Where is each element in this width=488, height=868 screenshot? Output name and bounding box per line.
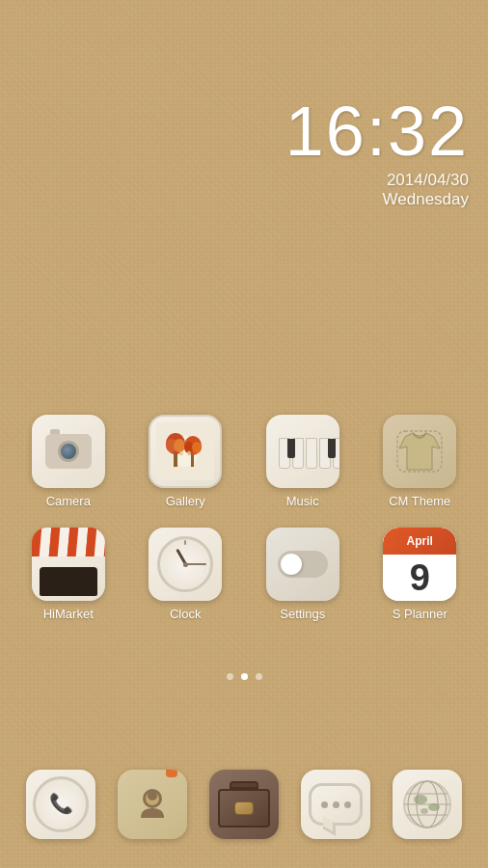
dot-2	[333, 801, 339, 808]
clock-label: Clock	[170, 607, 202, 621]
date-label: 2014/04/30	[285, 171, 469, 190]
page-indicators	[0, 673, 488, 680]
dock: 📞	[0, 770, 488, 839]
phone-svg: 📞	[47, 791, 74, 818]
contacts-svg	[131, 783, 174, 826]
browser-icon	[393, 770, 462, 839]
svg-point-16	[148, 791, 157, 800]
cmtheme-icon	[383, 415, 456, 488]
music-label: Music	[286, 494, 319, 508]
dot-1	[321, 801, 328, 808]
app-splanner[interactable]: April 9 S Planner	[371, 528, 468, 621]
gallery-icon	[149, 415, 222, 488]
dock-messages[interactable]	[301, 770, 370, 839]
settings-icon	[266, 528, 339, 601]
music-icon	[266, 415, 339, 488]
indicator-2[interactable]	[241, 673, 248, 680]
indicator-1[interactable]	[227, 673, 233, 680]
svg-point-10	[179, 451, 183, 456]
svg-text:📞: 📞	[48, 792, 72, 815]
himarket-label: HiMarket	[43, 607, 94, 621]
time-label: 16:32	[285, 96, 469, 166]
himarket-icon	[32, 528, 105, 601]
shirt-svg	[395, 429, 444, 474]
dock-contacts[interactable]	[118, 770, 187, 839]
clock-icon	[149, 528, 222, 601]
indicator-3[interactable]	[256, 673, 262, 680]
camera-icon	[32, 415, 105, 488]
time-widget: 16:32 2014/04/30 Wednesday	[285, 96, 469, 209]
dock-appstore[interactable]	[209, 770, 279, 839]
message-icon	[301, 770, 370, 839]
phone-icon: 📞	[26, 770, 95, 839]
calendar-day-label: 9	[410, 559, 430, 596]
day-label: Wednesday	[285, 190, 469, 209]
splanner-icon: April 9	[383, 528, 456, 601]
camera-label: Camera	[46, 494, 91, 508]
app-row-2: HiMarket Clock	[10, 528, 478, 621]
svg-point-6	[174, 439, 185, 452]
globe-svg	[401, 778, 453, 830]
svg-rect-3	[191, 453, 194, 467]
gallery-illustration	[156, 422, 214, 480]
app-cmtheme[interactable]: CM Theme	[371, 415, 468, 508]
svg-point-9	[192, 442, 202, 453]
calendar-month-label: April	[407, 534, 433, 548]
svg-point-25	[420, 808, 428, 814]
svg-point-23	[414, 795, 427, 804]
app-camera[interactable]: Camera	[20, 415, 117, 508]
settings-label: Settings	[280, 607, 325, 621]
gallery-label: Gallery	[166, 494, 205, 508]
home-screen: 16:32 2014/04/30 Wednesday Camera	[0, 0, 488, 868]
app-himarket[interactable]: HiMarket	[20, 528, 117, 621]
contacts-icon	[118, 770, 187, 839]
svg-point-11	[187, 451, 191, 456]
dock-browser[interactable]	[393, 770, 462, 839]
cmtheme-label: CM Theme	[389, 494, 450, 508]
app-gallery[interactable]: Gallery	[137, 415, 233, 508]
dot-3	[344, 801, 351, 808]
app-clock[interactable]: Clock	[137, 528, 233, 621]
app-settings[interactable]: Settings	[255, 528, 351, 621]
bag-icon	[209, 770, 279, 839]
app-music[interactable]: Music	[255, 415, 351, 508]
dock-phone[interactable]: 📞	[26, 770, 95, 839]
svg-point-24	[428, 803, 440, 811]
app-row-1: Camera	[10, 415, 478, 508]
app-grid: Camera	[0, 415, 488, 640]
splanner-label: S Planner	[393, 607, 447, 621]
